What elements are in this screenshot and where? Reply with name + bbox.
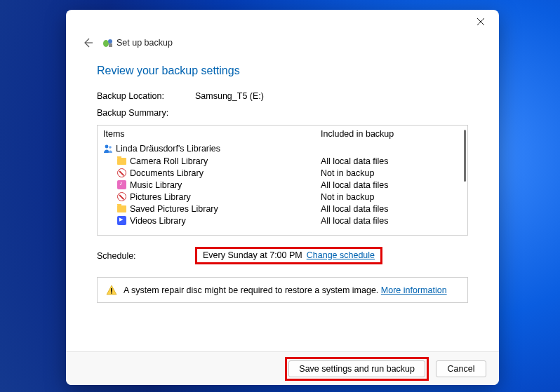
list-item[interactable]: Music LibraryAll local data files: [103, 179, 462, 191]
item-included: All local data files: [321, 204, 462, 214]
item-label: Videos Library: [130, 216, 186, 226]
svg-point-6: [105, 145, 109, 149]
folder-icon: [117, 205, 126, 212]
item-included: All local data files: [321, 216, 462, 226]
save-button-highlight: Save settings and run backup: [285, 357, 429, 381]
schedule-value: Every Sunday at 7:00 PM: [203, 250, 302, 260]
tree-root-label: Linda Dräusdorf's Libraries: [116, 144, 220, 154]
schedule-row: Schedule: Every Sunday at 7:00 PM Change…: [97, 247, 468, 264]
back-arrow-icon: [82, 37, 93, 48]
system-repair-warning: A system repair disc might be required t…: [97, 277, 468, 303]
dialog-content: Review your backup settings Backup Locat…: [66, 56, 499, 303]
backup-wizard-icon: [102, 37, 114, 48]
backup-location-label: Backup Location:: [97, 91, 195, 101]
backup-location-value: Samsung_T5 (E:): [195, 91, 264, 101]
more-information-link[interactable]: More information: [381, 285, 447, 295]
col-items-header: Items: [103, 129, 321, 139]
list-item[interactable]: Saved Pictures LibraryAll local data fil…: [103, 203, 462, 215]
list-item[interactable]: Camera Roll LibraryAll local data files: [103, 155, 462, 167]
item-included: Not in backup: [321, 192, 462, 202]
cancel-button[interactable]: Cancel: [436, 360, 486, 377]
summary-header-row: Items Included in backup: [98, 126, 467, 142]
warning-icon: [106, 285, 116, 295]
wizard-title: Set up backup: [116, 38, 173, 48]
close-button[interactable]: [468, 12, 493, 32]
tree-root[interactable]: Linda Dräusdorf's Libraries: [103, 142, 462, 155]
svg-point-7: [109, 146, 112, 149]
video-icon: [117, 216, 126, 225]
schedule-label: Schedule:: [97, 251, 195, 261]
svg-point-4: [108, 39, 112, 43]
list-item[interactable]: Documents LibraryNot in backup: [103, 167, 462, 179]
backup-wizard-dialog: Set up backup Review your backup setting…: [66, 10, 499, 385]
wizard-header: Set up backup: [66, 34, 499, 56]
excluded-icon: [117, 192, 126, 201]
item-label: Documents Library: [130, 168, 204, 178]
svg-point-3: [103, 40, 109, 47]
change-schedule-link[interactable]: Change schedule: [307, 250, 375, 260]
item-included: Not in backup: [321, 168, 462, 178]
dialog-footer: Save settings and run backup Cancel: [66, 351, 499, 385]
folder-icon: [117, 158, 126, 165]
svg-rect-5: [109, 43, 112, 47]
item-label: Saved Pictures Library: [130, 204, 218, 214]
item-label: Camera Roll Library: [130, 156, 208, 166]
item-label: Pictures Library: [130, 192, 191, 202]
backup-location-row: Backup Location: Samsung_T5 (E:): [97, 91, 468, 101]
user-libraries-icon: [103, 144, 113, 154]
close-icon: [477, 18, 484, 25]
col-included-header: Included in backup: [321, 129, 462, 139]
schedule-highlight: Every Sunday at 7:00 PM Change schedule: [195, 247, 382, 264]
back-button[interactable]: [80, 35, 95, 50]
svg-rect-9: [111, 292, 112, 294]
summary-body: Linda Dräusdorf's Libraries Camera Roll …: [98, 142, 467, 227]
item-label: Music Library: [130, 180, 182, 190]
item-included: All local data files: [321, 156, 462, 166]
music-icon: [117, 180, 126, 189]
scrollbar-thumb[interactable]: [464, 130, 466, 182]
list-item[interactable]: Videos LibraryAll local data files: [103, 215, 462, 227]
list-item[interactable]: Pictures LibraryNot in backup: [103, 191, 462, 203]
svg-rect-8: [111, 288, 112, 292]
backup-summary-label: Backup Summary:: [97, 108, 195, 118]
page-heading: Review your backup settings: [97, 65, 468, 77]
backup-summary-list[interactable]: Items Included in backup Linda Dräusdorf…: [97, 125, 468, 236]
warning-text: A system repair disc might be required t…: [124, 285, 378, 295]
excluded-icon: [117, 168, 126, 177]
save-settings-run-backup-button[interactable]: Save settings and run backup: [288, 360, 425, 377]
titlebar: [66, 10, 499, 34]
item-included: All local data files: [321, 180, 462, 190]
backup-summary-label-row: Backup Summary:: [97, 108, 468, 118]
